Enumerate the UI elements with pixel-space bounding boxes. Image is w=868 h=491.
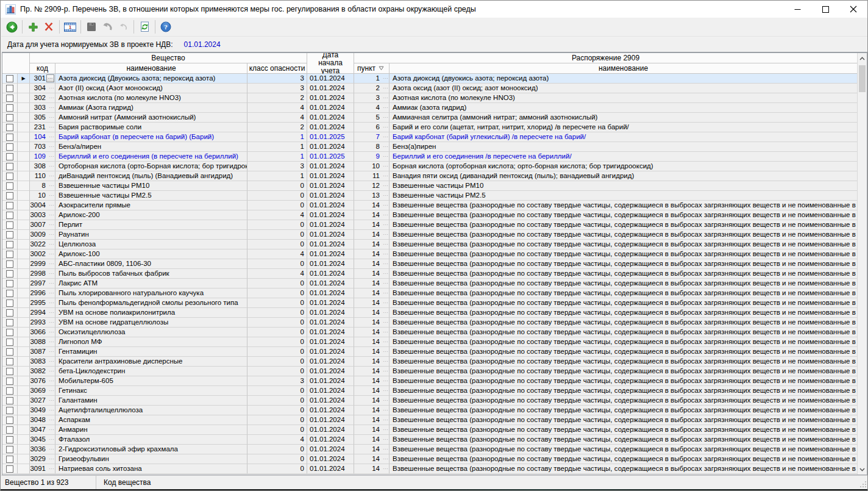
cell-hazard-class[interactable]: 3 (247, 74, 307, 84)
cell-hazard-class[interactable]: 0 (247, 201, 307, 210)
cell-code[interactable]: 109··· (30, 152, 55, 162)
cell-order-name[interactable]: Взвешенные вещества (разнородные по сост… (390, 445, 858, 454)
cell-hazard-class[interactable]: 0 (247, 318, 307, 328)
cell-code[interactable]: 231··· (30, 123, 55, 132)
row-checkbox[interactable] (6, 241, 13, 248)
cell-code[interactable]: 3003··· (30, 210, 55, 220)
row-checkbox[interactable] (6, 114, 13, 121)
row-checkbox[interactable] (6, 212, 13, 219)
cell-start-date[interactable]: 01.01.2024 (307, 396, 354, 406)
cell-select[interactable] (2, 249, 18, 259)
cell-substance-name[interactable]: Пыль фенолформальдегидной смолы резольно… (55, 298, 247, 308)
cell-select[interactable] (2, 230, 18, 240)
row-checkbox[interactable] (6, 407, 13, 414)
cell-order-item[interactable]: 14··· (354, 415, 390, 425)
cell-start-date[interactable]: 01.01.2024 (307, 74, 354, 84)
table-row[interactable]: 2994···УВМ на основе полиакрилонитрила00… (2, 308, 858, 318)
cell-substance-name[interactable]: 2-Гидроксиэтиловый эфир крахмала (55, 445, 247, 454)
cell-code[interactable]: 3004··· (30, 201, 55, 210)
row-checkbox[interactable] (6, 319, 13, 326)
cell-order-item[interactable]: 3··· (354, 93, 390, 103)
table-row[interactable]: 109···Бериллий и его соединения (в перес… (2, 152, 858, 162)
cell-order-name[interactable]: Взвешенные вещества (разнородные по сост… (390, 279, 858, 289)
cell-substance-name[interactable]: Азокрасители прямые (55, 201, 247, 210)
cell-substance-name[interactable]: Фталазол (55, 435, 247, 445)
row-checkbox[interactable] (6, 348, 13, 356)
cell-start-date[interactable]: 01.01.2024 (307, 347, 354, 357)
cell-select[interactable] (2, 240, 18, 249)
table-row[interactable]: 3082···бета-Циклодекстрин001.01.202414··… (2, 367, 858, 376)
cell-select[interactable] (2, 201, 18, 210)
cell-order-name[interactable]: Взвешенные вещества (разнородные по сост… (390, 337, 858, 347)
cell-order-item[interactable]: 14··· (354, 367, 390, 376)
cell-select[interactable] (2, 152, 18, 162)
cell-substance-name[interactable]: УВМ на основе гидратцеллюлозы (55, 318, 247, 328)
cell-hazard-class[interactable]: 0 (247, 308, 307, 318)
cell-order-name[interactable]: Взвешенные вещества (разнородные по сост… (390, 454, 858, 464)
cell-start-date[interactable]: 01.01.2025 (307, 152, 354, 162)
cell-order-item[interactable]: 14··· (354, 308, 390, 318)
cell-order-item[interactable]: 5··· (354, 113, 390, 123)
cell-start-date[interactable]: 01.01.2024 (307, 279, 354, 289)
table-row[interactable]: 10···Взвешенные частицы PM2.5001.01.2024… (2, 191, 858, 201)
column-header-order-name[interactable]: наименование (390, 63, 858, 74)
cell-select[interactable] (2, 191, 18, 201)
table-row[interactable]: 303···Аммиак (Азота гидрид)401.01.20244·… (2, 103, 858, 113)
cell-order-item[interactable]: 6··· (354, 123, 390, 132)
cell-select[interactable] (2, 142, 18, 152)
cell-order-item[interactable]: 4··· (354, 103, 390, 113)
cell-start-date[interactable]: 01.01.2024 (307, 259, 354, 269)
close-button[interactable] (839, 1, 867, 18)
cell-code[interactable]: 305··· (30, 113, 55, 123)
cell-order-name[interactable]: Бериллий и его соединения /в пересчете н… (390, 152, 858, 162)
cell-code[interactable]: 3036··· (30, 445, 55, 454)
cell-start-date[interactable]: 01.01.2024 (307, 230, 354, 240)
cell-code[interactable]: 104··· (30, 132, 55, 142)
cell-substance-name[interactable]: Азота диоксид (Двуокись азота; пероксид … (55, 74, 247, 84)
cell-code[interactable]: 3076··· (30, 376, 55, 386)
table-row[interactable]: 3007···Перлит001.01.202414···Взвешенные … (2, 220, 858, 230)
cell-order-item[interactable]: 14··· (354, 230, 390, 240)
cell-hazard-class[interactable]: 0 (247, 406, 307, 415)
cell-hazard-class[interactable]: 0 (247, 445, 307, 454)
column-header-name[interactable]: наименование (55, 63, 247, 74)
cell-hazard-class[interactable]: 4 (247, 435, 307, 445)
cell-order-item[interactable]: 14··· (354, 289, 390, 298)
ellipsis-button[interactable]: ··· (46, 74, 54, 82)
cell-code[interactable]: 703··· (30, 142, 55, 152)
cell-start-date[interactable]: 01.01.2024 (307, 123, 354, 132)
table-row[interactable]: 3088···Лигнопол МФ001.01.202414···Взвеше… (2, 337, 858, 347)
cell-substance-name[interactable]: Взвешенные частицы PM2.5 (55, 191, 247, 201)
vertical-scrollbar[interactable] (857, 53, 867, 475)
cell-start-date[interactable]: 01.01.2024 (307, 269, 354, 279)
row-checkbox[interactable] (6, 124, 13, 131)
cell-start-date[interactable]: 01.01.2024 (307, 289, 354, 298)
cell-order-name[interactable]: Азота диоксид (двуокись азота; пероксид … (390, 74, 858, 84)
cell-select[interactable] (2, 425, 18, 435)
cell-code[interactable]: 3047··· (30, 425, 55, 435)
cell-order-item[interactable]: 14··· (354, 259, 390, 269)
row-checkbox[interactable] (6, 299, 13, 307)
cell-order-name[interactable]: Взвешенные вещества (разнородные по сост… (390, 269, 858, 279)
cell-order-item[interactable]: 14··· (354, 210, 390, 220)
cell-order-name[interactable]: Взвешенные вещества (разнородные по сост… (390, 230, 858, 240)
cell-select[interactable] (2, 103, 18, 113)
cell-code[interactable]: 2999··· (30, 259, 55, 269)
cell-substance-name[interactable]: Барий карбонат (в пересчете на барий) (Б… (55, 132, 247, 142)
cell-order-name[interactable]: Взвешенные вещества (разнородные по сост… (390, 357, 858, 367)
cell-order-name[interactable]: Взвешенные вещества (разнородные по сост… (390, 318, 858, 328)
table-row[interactable]: 3027···Галантамин001.01.202414···Взвешен… (2, 396, 858, 406)
table-row[interactable]: 3066···Оксиэтилцеллюлоза001.01.202414···… (2, 328, 858, 337)
cell-select[interactable] (2, 113, 18, 123)
cell-order-name[interactable]: Взвешенные частицы PM2.5 (390, 191, 858, 201)
row-checkbox[interactable] (6, 426, 13, 434)
cell-order-item[interactable]: 12··· (354, 181, 390, 191)
cell-substance-name[interactable]: Галантамин (55, 396, 247, 406)
row-checkbox[interactable] (6, 231, 13, 238)
cell-order-name[interactable]: Взвешенные вещества (разнородные по сост… (390, 298, 858, 308)
cell-hazard-class[interactable]: 3 (247, 84, 307, 93)
row-checkbox[interactable] (6, 378, 13, 385)
cell-code[interactable]: 308··· (30, 162, 55, 171)
cell-code[interactable]: 301··· (30, 74, 55, 84)
cell-start-date[interactable]: 01.01.2024 (307, 171, 354, 181)
